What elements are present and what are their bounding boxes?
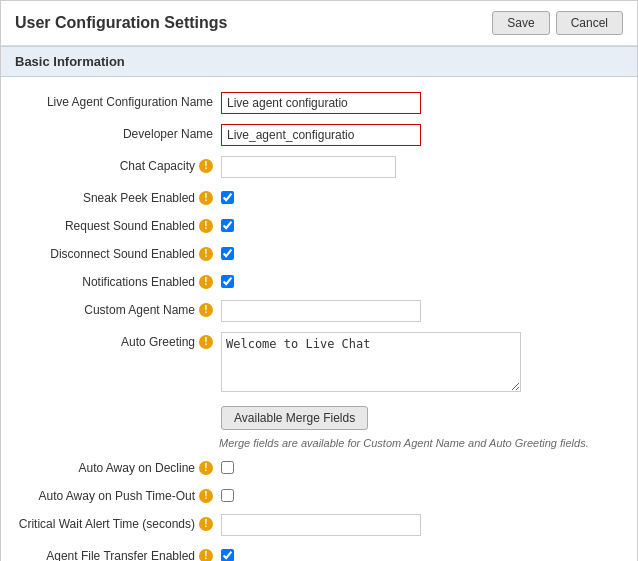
header-buttons: Save Cancel [492, 11, 623, 35]
auto-away-decline-row: Auto Away on Decline ! [1, 453, 637, 481]
basic-information-section: Basic Information Live Agent Configurati… [1, 46, 637, 561]
sneak-peek-label: Sneak Peek Enabled ! [11, 188, 221, 205]
critical-wait-input[interactable] [221, 514, 421, 536]
chat-capacity-control [221, 156, 627, 178]
live-agent-config-control [221, 92, 627, 114]
request-sound-checkbox[interactable] [221, 219, 234, 232]
custom-agent-name-info-icon: ! [199, 303, 213, 317]
agent-file-transfer-info-icon: ! [199, 549, 213, 561]
auto-away-push-checkbox[interactable] [221, 489, 234, 502]
chat-capacity-info-icon: ! [199, 159, 213, 173]
request-sound-control [221, 216, 627, 232]
auto-greeting-row: Auto Greeting ! Welcome to Live Chat [1, 327, 637, 397]
live-agent-config-input[interactable] [221, 92, 421, 114]
auto-away-decline-label: Auto Away on Decline ! [11, 458, 221, 475]
auto-away-decline-info-icon: ! [199, 461, 213, 475]
request-sound-info-icon: ! [199, 219, 213, 233]
merge-fields-row: Available Merge Fields [1, 397, 637, 435]
notifications-enabled-row: Notifications Enabled ! [1, 267, 637, 295]
auto-greeting-info-icon: ! [199, 335, 213, 349]
merge-fields-spacer [11, 402, 221, 405]
request-sound-row: Request Sound Enabled ! [1, 211, 637, 239]
disconnect-sound-checkbox[interactable] [221, 247, 234, 260]
agent-file-transfer-checkbox[interactable] [221, 549, 234, 561]
auto-away-push-row: Auto Away on Push Time-Out ! [1, 481, 637, 509]
auto-greeting-textarea[interactable]: Welcome to Live Chat [221, 332, 521, 392]
custom-agent-name-row: Custom Agent Name ! [1, 295, 637, 327]
live-agent-config-label: Live Agent Configuration Name [11, 92, 221, 109]
developer-name-row: Developer Name [1, 119, 637, 151]
chat-capacity-input[interactable] [221, 156, 396, 178]
request-sound-label: Request Sound Enabled ! [11, 216, 221, 233]
disconnect-sound-row: Disconnect Sound Enabled ! [1, 239, 637, 267]
developer-name-label: Developer Name [11, 124, 221, 141]
available-merge-fields-button[interactable]: Available Merge Fields [221, 406, 368, 430]
chat-capacity-label: Chat Capacity ! [11, 156, 221, 173]
custom-agent-name-input[interactable] [221, 300, 421, 322]
custom-agent-name-label: Custom Agent Name ! [11, 300, 221, 317]
developer-name-control [221, 124, 627, 146]
critical-wait-row: Critical Wait Alert Time (seconds) ! [1, 509, 637, 541]
cancel-button[interactable]: Cancel [556, 11, 623, 35]
critical-wait-label: Critical Wait Alert Time (seconds) ! [11, 514, 221, 531]
critical-wait-control [221, 514, 627, 536]
agent-file-transfer-row: Agent File Transfer Enabled ! [1, 541, 637, 561]
save-button[interactable]: Save [492, 11, 549, 35]
developer-name-input[interactable] [221, 124, 421, 146]
auto-away-push-info-icon: ! [199, 489, 213, 503]
auto-away-push-label: Auto Away on Push Time-Out ! [11, 486, 221, 503]
page-header: User Configuration Settings Save Cancel [1, 1, 637, 46]
notifications-enabled-checkbox[interactable] [221, 275, 234, 288]
page-wrapper: User Configuration Settings Save Cancel … [0, 0, 638, 561]
disconnect-sound-info-icon: ! [199, 247, 213, 261]
auto-away-decline-control [221, 458, 627, 474]
sneak-peek-row: Sneak Peek Enabled ! [1, 183, 637, 211]
sneak-peek-control [221, 188, 627, 204]
merge-note: Merge fields are available for Custom Ag… [1, 435, 637, 453]
critical-wait-info-icon: ! [199, 517, 213, 531]
chat-capacity-row: Chat Capacity ! [1, 151, 637, 183]
auto-greeting-control: Welcome to Live Chat [221, 332, 627, 392]
page-title: User Configuration Settings [15, 14, 227, 32]
live-agent-config-row: Live Agent Configuration Name [1, 87, 637, 119]
section-header: Basic Information [1, 46, 637, 77]
sneak-peek-info-icon: ! [199, 191, 213, 205]
auto-away-decline-checkbox[interactable] [221, 461, 234, 474]
agent-file-transfer-control [221, 546, 627, 561]
agent-file-transfer-label: Agent File Transfer Enabled ! [11, 546, 221, 561]
disconnect-sound-control [221, 244, 627, 260]
notifications-info-icon: ! [199, 275, 213, 289]
disconnect-sound-label: Disconnect Sound Enabled ! [11, 244, 221, 261]
auto-greeting-label: Auto Greeting ! [11, 332, 221, 349]
auto-away-push-control [221, 486, 627, 502]
sneak-peek-checkbox[interactable] [221, 191, 234, 204]
custom-agent-name-control [221, 300, 627, 322]
notifications-enabled-label: Notifications Enabled ! [11, 272, 221, 289]
merge-fields-control: Available Merge Fields [221, 402, 627, 430]
form-body: Live Agent Configuration Name Developer … [1, 77, 637, 561]
notifications-enabled-control [221, 272, 627, 288]
